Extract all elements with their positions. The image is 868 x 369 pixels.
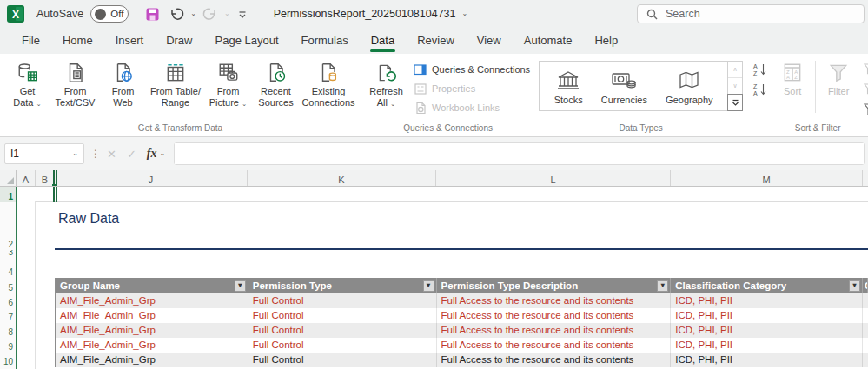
tab-data[interactable]: Data	[360, 29, 406, 54]
undo-dropdown-icon[interactable]: ⌄	[190, 10, 196, 17]
cell-classification[interactable]: ICD, PHI, PII	[671, 338, 863, 353]
fx-icon: fx	[147, 147, 157, 161]
formula-input-wrap[interactable]	[174, 142, 865, 165]
filter-dropdown-button[interactable]: ▾	[235, 280, 246, 292]
group-get-transform-data: Get Data⌄ From Text/CSV From	[3, 56, 357, 136]
cell-classification[interactable]: ICD, PHI, PII	[671, 323, 863, 338]
cell-group-name[interactable]: AIM_File_Admin_Grp	[56, 293, 248, 308]
reapply-filter-icon	[863, 82, 868, 96]
cell-permission-description[interactable]: Full Access to the resource and its cont…	[437, 353, 672, 367]
from-table-range-button[interactable]: From Table/ Range	[147, 57, 204, 109]
column-header-j[interactable]: J	[55, 170, 248, 186]
row-header-6[interactable]: 6	[0, 293, 16, 308]
document-title[interactable]: PermissionsReport_20250108104731 ⌄	[274, 8, 468, 20]
cell-permission-description[interactable]: Full Access to the resource and its cont…	[437, 293, 672, 308]
tab-automate[interactable]: Automate	[513, 29, 584, 54]
tab-file[interactable]: File	[10, 29, 51, 54]
row-header-7[interactable]: 7	[0, 308, 16, 323]
from-picture-button[interactable]: From Picture⌄	[204, 57, 252, 109]
cell-group-name[interactable]: AIM_File_Admin_Grp	[56, 338, 248, 353]
cell-classification[interactable]: ICD, PHI, PII	[671, 353, 863, 367]
row-header-4[interactable]: 4	[0, 258, 16, 278]
column-header-k[interactable]: K	[248, 170, 436, 186]
customize-toolbar-button[interactable]	[234, 6, 251, 22]
cell-group-name[interactable]: AIM_File_Admin_Grp	[56, 353, 248, 367]
tab-insert[interactable]: Insert	[104, 29, 156, 54]
column-header-a[interactable]: A	[17, 170, 36, 186]
row-header-10[interactable]: 10	[0, 353, 16, 367]
header-classification-category[interactable]: Classification Category ▾	[671, 278, 863, 293]
tab-page-layout[interactable]: Page Layout	[204, 29, 290, 54]
stocks-button[interactable]: Stocks	[554, 67, 583, 105]
cell-classification[interactable]: ICD, PHI, PII	[671, 293, 863, 308]
data-types-gallery: Stocks Currencies	[539, 61, 743, 111]
geography-button[interactable]: Geography	[666, 67, 712, 105]
refresh-all-button[interactable]: Refresh All⌄	[362, 57, 410, 109]
recent-sources-button[interactable]: Recent Sources	[252, 57, 300, 109]
toggle-knob	[95, 9, 106, 20]
tab-review[interactable]: Review	[406, 29, 466, 54]
get-data-button[interactable]: Get Data⌄	[3, 57, 51, 109]
autosave-toggle[interactable]: Off	[90, 5, 129, 23]
tab-draw[interactable]: Draw	[155, 29, 203, 54]
row-header-2[interactable]: 2	[0, 202, 16, 250]
ribbon-separator	[815, 61, 816, 113]
sheet-title[interactable]: Raw Data	[58, 211, 119, 227]
cell-permission-type[interactable]: Full Control	[248, 323, 437, 338]
row-header-3[interactable]: 3	[0, 250, 16, 258]
filter-dropdown-button[interactable]: ▾	[657, 280, 668, 292]
formula-input[interactable]	[175, 143, 864, 164]
cell-permission-type[interactable]: Full Control	[248, 353, 437, 367]
insert-function-button[interactable]: fx ⌄	[147, 147, 165, 161]
currencies-button[interactable]: Currencies	[601, 67, 647, 105]
cell-permission-description[interactable]: Full Access to the resource and its cont…	[437, 338, 672, 353]
cell-permission-type[interactable]: Full Control	[248, 293, 437, 308]
from-text-csv-button[interactable]: From Text/CSV	[51, 57, 99, 109]
existing-connections-button[interactable]: Existing Connections	[300, 57, 357, 109]
column-header-l[interactable]: L	[436, 170, 671, 186]
table-row[interactable]: AIM_File_Admin_Grp Full Control Full Acc…	[56, 308, 868, 323]
tab-help[interactable]: Help	[583, 29, 629, 54]
filter-dropdown-button[interactable]: ▾	[849, 280, 860, 292]
sort-ascending-button[interactable]: A Z	[751, 61, 770, 78]
sheet[interactable]: Raw Data Group Name ▾ Permission Type ▾ …	[0, 187, 868, 369]
redo-button[interactable]	[200, 4, 221, 23]
advanced-filter-icon	[863, 102, 868, 116]
table-row[interactable]: AIM_File_Admin_Grp Full Control Full Acc…	[56, 293, 868, 308]
row-header-1[interactable]: 1	[0, 187, 16, 202]
save-button[interactable]	[142, 5, 162, 23]
header-permission-type-description[interactable]: Permission Type Description ▾	[437, 278, 672, 293]
column-header-m[interactable]: M	[671, 170, 863, 186]
search-input[interactable]	[666, 8, 839, 20]
header-permission-type[interactable]: Permission Type ▾	[248, 278, 437, 293]
name-box-dropdown-icon[interactable]: ⌄	[72, 150, 78, 157]
table-row[interactable]: AIM_File_Admin_Grp Full Control Full Acc…	[56, 323, 868, 338]
cell-permission-type[interactable]: Full Control	[248, 338, 437, 353]
name-box[interactable]: I1 ⌄	[4, 143, 84, 164]
cell-group-name[interactable]: AIM_File_Admin_Grp	[56, 308, 248, 323]
cell-permission-type[interactable]: Full Control	[248, 308, 437, 323]
advanced-filter-button[interactable]	[861, 101, 868, 118]
tab-home[interactable]: Home	[51, 29, 104, 54]
table-row[interactable]: AIM_File_Admin_Grp Full Control Full Acc…	[56, 338, 868, 353]
select-all-corner[interactable]	[0, 170, 17, 186]
table-row[interactable]: AIM_File_Admin_Grp Full Control Full Acc…	[56, 353, 868, 367]
tab-view[interactable]: View	[466, 29, 513, 54]
row-header-9[interactable]: 9	[0, 338, 16, 353]
cell-classification[interactable]: ICD, PHI, PII	[671, 308, 863, 323]
header-group-name[interactable]: Group Name ▾	[56, 278, 248, 293]
cell-group-name[interactable]: AIM_File_Admin_Grp	[56, 323, 248, 338]
cell-permission-description[interactable]: Full Access to the resource and its cont…	[437, 323, 672, 338]
tab-formulas[interactable]: Formulas	[290, 29, 360, 54]
from-web-button[interactable]: From Web	[99, 57, 147, 109]
undo-button[interactable]	[166, 4, 187, 23]
filename-dropdown-icon[interactable]: ⌄	[462, 10, 468, 17]
sort-descending-button[interactable]: Z A	[751, 81, 770, 98]
search-box[interactable]	[637, 4, 865, 23]
cell-permission-description[interactable]: Full Access to the resource and its cont…	[437, 308, 672, 323]
gallery-more-button[interactable]	[727, 94, 743, 111]
filter-dropdown-button[interactable]: ▾	[423, 280, 434, 292]
row-header-5[interactable]: 5	[0, 278, 16, 293]
row-header-8[interactable]: 8	[0, 323, 16, 338]
queries-connections-button[interactable]: Queries & Connections	[410, 61, 533, 78]
